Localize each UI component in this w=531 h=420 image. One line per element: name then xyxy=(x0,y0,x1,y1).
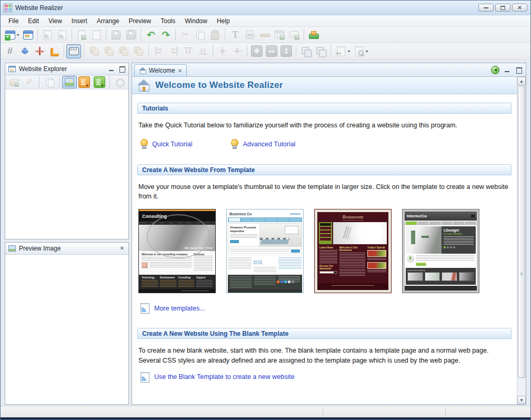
menu-arrange[interactable]: Arrange xyxy=(92,16,124,26)
toggle-grid-button[interactable] xyxy=(3,44,17,58)
news-heading: Latest News xyxy=(319,246,337,249)
toolbar-separator xyxy=(84,45,84,57)
resize-tool-button[interactable] xyxy=(32,44,47,58)
templates-intro-text: Move your mouse over a template's thumbn… xyxy=(138,182,510,201)
lightbulb-icon xyxy=(139,138,148,150)
menu-help[interactable]: Help xyxy=(212,16,235,26)
blank-template-link[interactable]: Use the Blank Template to create a new w… xyxy=(154,373,295,381)
copy-pages-icon xyxy=(194,29,206,41)
template-thumbnail-interiorco[interactable]: InteriorCo I.Design! xyxy=(402,209,479,293)
hero-button xyxy=(230,240,239,243)
center-horizontal-button xyxy=(215,44,230,58)
undo-button[interactable] xyxy=(144,28,158,42)
new-page-from-template-button xyxy=(55,28,69,42)
menu-view[interactable]: View xyxy=(44,16,67,26)
insert-text-button xyxy=(228,28,243,42)
center-vertical-button xyxy=(230,44,245,58)
menu-window[interactable]: Window xyxy=(180,16,212,26)
snap-corner-button[interactable] xyxy=(47,44,62,58)
hero-heading: I.Design! xyxy=(444,228,474,232)
preview-image-header: Preview Image xyxy=(5,243,128,255)
align-bottom-icon xyxy=(197,45,209,57)
menu-preview[interactable]: Preview xyxy=(124,16,156,26)
template-thumbnail-restaurant[interactable]: Restaurant xyxy=(314,209,392,293)
green-button xyxy=(416,263,426,266)
menu-tools[interactable]: Tools xyxy=(156,16,180,26)
page-export-icon xyxy=(335,45,347,57)
toolbar-separator xyxy=(148,45,149,57)
layer-backward-icon xyxy=(315,45,326,57)
scrollbar-track[interactable] xyxy=(517,85,526,396)
close-button[interactable]: ✕ xyxy=(512,4,527,12)
window-lines-icon xyxy=(22,29,34,41)
menu-edit[interactable]: Edit xyxy=(23,16,44,26)
menu-buttons xyxy=(319,222,332,244)
scrollbar-thumb[interactable] xyxy=(518,86,525,378)
toolbar-separator xyxy=(225,28,225,41)
website-explorer-tree[interactable] xyxy=(5,89,128,239)
new-website-button[interactable]: ▾ xyxy=(3,28,21,42)
sort-green-icon xyxy=(94,76,105,88)
sort-descending-button[interactable] xyxy=(77,76,92,88)
move-arrows-icon xyxy=(19,45,31,57)
toolbar-separator xyxy=(304,29,304,41)
title-bar: Website Realizer ✕ xyxy=(1,1,530,15)
redo-button[interactable] xyxy=(158,28,173,42)
window-bottom-edge xyxy=(1,417,530,419)
insert-line-button xyxy=(257,28,272,42)
edit-item-button xyxy=(22,76,36,88)
photo-placeholder xyxy=(142,262,148,268)
hero-image xyxy=(406,226,442,254)
move-tool-button[interactable] xyxy=(17,44,32,58)
panel-close-button[interactable] xyxy=(118,245,126,252)
panel-minimize-button[interactable] xyxy=(108,66,115,72)
scroll-up-button[interactable]: ▲ xyxy=(517,77,526,85)
pencil-icon xyxy=(23,76,35,88)
sort-ascending-button[interactable] xyxy=(92,76,106,88)
tab-close-icon[interactable]: ✕ xyxy=(178,68,182,74)
export-button: ▾ xyxy=(334,44,352,58)
menu-insert[interactable]: Insert xyxy=(67,16,92,26)
blank-section-header: Create A New Website Using The Blank Tem… xyxy=(137,328,512,339)
insert-widget-button[interactable] xyxy=(306,28,321,42)
scroll-down-button[interactable]: ▼ xyxy=(517,396,526,404)
copyright-line xyxy=(139,289,215,293)
template-thumbnail-business[interactable]: Business Co Vivamus Posuere Imperdiet xyxy=(226,209,304,293)
green-nav-button[interactable] xyxy=(491,66,499,74)
panel-maximize-button[interactable] xyxy=(118,66,126,72)
quick-tutorial-link[interactable]: Quick Tutorial xyxy=(152,141,192,148)
new-webpage-button[interactable] xyxy=(21,28,35,42)
template-name: Restaurant xyxy=(343,214,364,219)
document-minimize-button[interactable] xyxy=(504,67,511,73)
more-templates-link[interactable]: More templates... xyxy=(154,305,205,312)
footer xyxy=(405,286,477,291)
tab-welcome[interactable]: Welcome ✕ xyxy=(134,64,187,76)
tutorials-section: Tutorials Take the Quick Tutorial below … xyxy=(137,103,512,150)
text-t-icon xyxy=(229,29,241,41)
maximize-button[interactable] xyxy=(495,4,510,12)
align-right-icon xyxy=(168,45,179,57)
dropdown-arrow-icon: ▾ xyxy=(366,49,368,54)
import-page-button xyxy=(74,28,89,42)
save-button xyxy=(108,28,123,42)
minimize-button[interactable] xyxy=(478,4,494,12)
menu-file[interactable]: File xyxy=(4,16,23,26)
ungroup-button xyxy=(131,44,146,58)
page-magnifier-icon xyxy=(353,45,365,57)
template-thumbnail-consulting[interactable]: Consulting We Save Your Time! Welcome to… xyxy=(138,209,216,293)
template-page2-icon xyxy=(56,29,68,41)
blank-template-section: Create A New Website Using The Blank Tem… xyxy=(137,328,512,382)
toggle-preview-button[interactable] xyxy=(62,76,76,88)
preview-image-body xyxy=(5,255,128,404)
food-photo xyxy=(367,250,386,257)
toggle-ruler-button[interactable] xyxy=(66,44,81,58)
preview-image-icon xyxy=(8,244,16,253)
document-maximize-button[interactable] xyxy=(515,67,523,73)
align-right-button xyxy=(166,44,181,58)
advanced-tutorial-link[interactable]: Advanced Tutorial xyxy=(243,141,295,148)
insert-table-button xyxy=(272,28,287,42)
group-squares-icon xyxy=(88,45,100,57)
gallery-heading: Latest Post Gallery xyxy=(407,269,474,272)
align-bottom-button xyxy=(196,44,211,58)
template-page-icon xyxy=(42,29,53,41)
